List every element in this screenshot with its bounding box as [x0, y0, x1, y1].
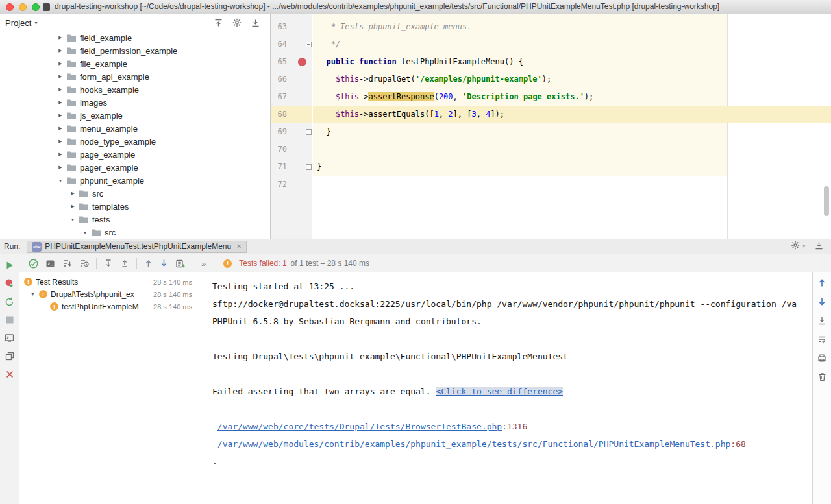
soft-wrap-icon[interactable]: [817, 334, 827, 344]
show-console-icon[interactable]: [5, 333, 15, 343]
expand-all-icon[interactable]: [104, 259, 113, 268]
print-icon[interactable]: [817, 353, 827, 363]
chevron-collapsed-icon[interactable]: ▶: [56, 48, 65, 53]
sort-alphabetically-icon[interactable]: [62, 259, 72, 269]
close-panel-icon[interactable]: [5, 369, 15, 379]
project-tree-item-src[interactable]: ▶src: [0, 187, 270, 200]
project-item-label: phpunit_example: [80, 176, 144, 186]
close-window-button[interactable]: [6, 3, 14, 11]
project-tree-item-phpunit_example[interactable]: ▼phpunit_example: [0, 174, 270, 187]
project-panel-title[interactable]: Project: [5, 18, 31, 28]
chevron-collapsed-icon[interactable]: ▶: [56, 113, 65, 118]
toolbar-overflow-chevron[interactable]: »: [201, 259, 206, 269]
code-line-68[interactable]: $this->assertEquals([1, 2], [3, 4]);: [313, 106, 831, 123]
collapse-all-icon[interactable]: [214, 19, 223, 27]
toggle-auto-test-icon[interactable]: [5, 296, 15, 307]
show-passed-icon[interactable]: [29, 259, 38, 269]
project-tree-item-form_api_example[interactable]: ▶form_api_example: [0, 70, 270, 83]
editor[interactable]: 63646566676869707172 * Tests phpunit_exa…: [271, 14, 831, 239]
folder-icon: [91, 228, 101, 237]
code-token: 1: [434, 110, 439, 119]
hide-panel-icon[interactable]: [815, 241, 823, 252]
file-link[interactable]: /var/www/web/modules/contrib/examples/ph…: [217, 439, 731, 449]
chevron-collapsed-icon[interactable]: ▶: [56, 126, 65, 131]
code-token: testPhpUnitExampleMenu() {: [397, 57, 523, 66]
zoom-window-button[interactable]: [32, 3, 40, 11]
project-tree-item-images[interactable]: ▶images: [0, 96, 270, 109]
project-tree-item-src[interactable]: ▼src: [0, 226, 270, 239]
chevron-expanded-icon[interactable]: ▼: [31, 292, 39, 296]
minimize-window-button[interactable]: [19, 3, 27, 11]
chevron-collapsed-icon[interactable]: ▶: [56, 35, 65, 40]
code-line-70[interactable]: [313, 141, 831, 158]
hide-panel-icon[interactable]: [251, 19, 260, 27]
folder-icon: [66, 99, 77, 107]
restore-layout-icon[interactable]: [5, 351, 15, 361]
code-line-72[interactable]: [313, 176, 831, 193]
export-test-results-icon[interactable]: [817, 315, 827, 326]
sort-by-duration-icon[interactable]: [79, 259, 89, 269]
fold-marker-icon[interactable]: [306, 164, 312, 170]
project-tree-item-js_example[interactable]: ▶js_example: [0, 109, 270, 122]
down-stack-trace-icon[interactable]: [817, 296, 827, 307]
chevron-collapsed-icon[interactable]: ▶: [56, 74, 65, 79]
up-stack-trace-icon[interactable]: [817, 278, 827, 288]
test-name: Drupal\Tests\phpunit_ex: [51, 290, 134, 299]
test-history-icon[interactable]: [175, 259, 185, 269]
editor-scrollbar-thumb[interactable]: [824, 186, 829, 216]
chevron-collapsed-icon[interactable]: ▶: [56, 152, 65, 157]
test-tree-row[interactable]: !Test Results28 s 140 ms: [20, 276, 203, 288]
code-line-64[interactable]: */: [313, 36, 831, 53]
project-tree-item-field_example[interactable]: ▶field_example: [0, 31, 270, 44]
project-tree-item-node_type_example[interactable]: ▶node_type_example: [0, 135, 270, 148]
project-tree-item-file_example[interactable]: ▶file_example: [0, 57, 270, 70]
project-tree-item-templates[interactable]: ▶templates: [0, 200, 270, 213]
show-ignored-icon[interactable]: [45, 259, 55, 269]
stop-icon[interactable]: [5, 315, 15, 325]
code-line-67[interactable]: $this->assertResponse(200, 'Description …: [313, 88, 831, 106]
chevron-collapsed-icon[interactable]: ▶: [56, 165, 65, 170]
failed-test-gutter-icon[interactable]: [298, 58, 306, 66]
previous-failed-test-icon[interactable]: [144, 259, 153, 268]
chevron-collapsed-icon[interactable]: ▶: [68, 191, 77, 196]
chevron-collapsed-icon[interactable]: ▶: [56, 139, 65, 144]
tests-summary-text: of 1 test – 28 s 140 ms: [291, 259, 369, 268]
collapse-all-icon[interactable]: [120, 259, 129, 268]
fold-marker-icon[interactable]: [306, 42, 312, 47]
close-tab-icon[interactable]: ×: [236, 243, 242, 250]
project-tree-item-hooks_example[interactable]: ▶hooks_example: [0, 83, 270, 96]
rerun-tests-icon[interactable]: [5, 260, 15, 270]
file-link[interactable]: /var/www/web/core/tests/Drupal/Tests/Bro…: [217, 422, 502, 431]
code-line-63[interactable]: * Tests phpunit_example menus.: [313, 18, 831, 36]
test-tree-row[interactable]: !testPhpUnitExampleM28 s 140 ms: [20, 300, 203, 313]
phpstorm-window: drupal-testing-workshop [~/Code/os/drupa…: [0, 0, 831, 504]
code-line-69[interactable]: }: [313, 123, 831, 141]
settings-gear-icon[interactable]: [232, 18, 242, 27]
project-tree-item-field_permission_example[interactable]: ▶field_permission_example: [0, 44, 270, 57]
code-line-71[interactable]: }: [313, 158, 831, 176]
test-tree-row[interactable]: ▼!Drupal\Tests\phpunit_ex28 s 140 ms: [20, 288, 203, 300]
code-line-66[interactable]: $this->drupalGet('/examples/phpunit-exam…: [313, 71, 831, 88]
project-tree-item-page_example[interactable]: ▶page_example: [0, 148, 270, 161]
code-token: ,: [477, 110, 486, 119]
chevron-collapsed-icon[interactable]: ▶: [56, 61, 65, 66]
next-failed-test-icon[interactable]: [160, 259, 168, 268]
clear-console-icon[interactable]: [817, 372, 827, 382]
rerun-failed-tests-icon[interactable]: [5, 278, 15, 289]
caret-down-icon[interactable]: ▾: [34, 20, 37, 26]
run-tab[interactable]: php PHPUnitExampleMenuTest.testPhpUnitEx…: [27, 241, 246, 253]
chevron-collapsed-icon[interactable]: ▶: [68, 204, 77, 209]
project-tree-item-tests[interactable]: ▼tests: [0, 213, 270, 226]
chevron-collapsed-icon[interactable]: ▶: [56, 87, 65, 92]
chevron-collapsed-icon[interactable]: ▶: [56, 100, 65, 105]
settings-gear-icon[interactable]: [791, 241, 800, 252]
diff-link[interactable]: <Click to see difference>: [436, 387, 563, 396]
chevron-expanded-icon[interactable]: ▼: [68, 217, 77, 222]
project-tree-item-pager_example[interactable]: ▶pager_example: [0, 161, 270, 174]
project-tree-item-menu_example[interactable]: ▶menu_example: [0, 122, 270, 135]
chevron-expanded-icon[interactable]: ▼: [56, 178, 65, 183]
code-area[interactable]: * Tests phpunit_example menus. */ public…: [313, 18, 831, 193]
fold-marker-icon[interactable]: [306, 129, 312, 135]
code-line-65[interactable]: public function testPhpUnitExampleMenu()…: [313, 53, 831, 71]
chevron-expanded-icon[interactable]: ▼: [81, 230, 90, 235]
